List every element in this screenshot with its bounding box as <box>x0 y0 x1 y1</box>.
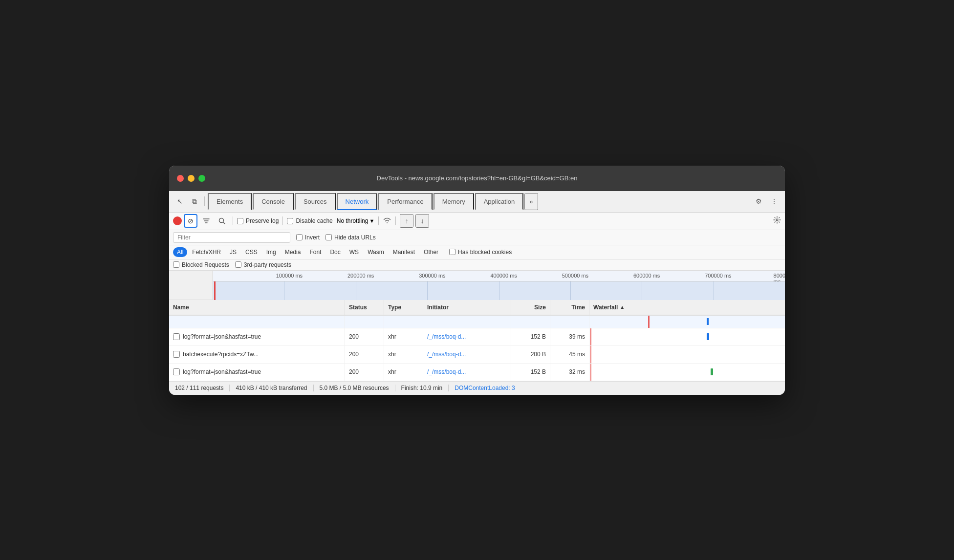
tab-more-button[interactable]: » <box>524 193 538 210</box>
tab-elements[interactable]: Elements <box>208 193 252 210</box>
timeline-chart-area <box>213 281 785 300</box>
more-options-icon[interactable]: ⋮ <box>767 194 781 208</box>
th-time[interactable]: Time <box>550 300 589 315</box>
tl-label-4: 400000 ms <box>490 273 517 279</box>
filter-media[interactable]: Media <box>281 247 305 257</box>
throttle-dropdown-icon: ▼ <box>369 218 374 224</box>
tl-label-5: 500000 ms <box>562 273 588 279</box>
invert-checkbox[interactable]: Invert <box>296 234 320 241</box>
has-blocked-cookies-checkbox[interactable]: Has blocked cookies <box>449 249 512 256</box>
timeline-marker-red <box>214 281 216 300</box>
filter-wasm[interactable]: Wasm <box>364 247 388 257</box>
close-button[interactable] <box>177 175 184 182</box>
gridlines <box>213 281 785 300</box>
throttle-label: No throttling <box>337 217 369 224</box>
ban-icon: ⊘ <box>188 217 194 225</box>
sort-arrow-icon: ▲ <box>620 304 625 310</box>
timeline-name-col <box>169 271 213 300</box>
tl-label-2: 200000 ms <box>347 273 374 279</box>
tab-sources[interactable]: Sources <box>295 193 336 210</box>
tl-label-1: 100000 ms <box>276 273 303 279</box>
row-checkbox[interactable] <box>173 351 180 358</box>
network-table: Name Status Type Initiator Size Time Wat… <box>169 300 785 381</box>
minimize-button[interactable] <box>188 175 195 182</box>
settings-icon[interactable]: ⚙ <box>752 194 765 208</box>
tab-application[interactable]: Application <box>475 193 524 210</box>
finish-time: Finish: 10.9 min <box>395 385 449 391</box>
net-sep-1 <box>233 216 233 225</box>
cursor-icon[interactable]: ↖ <box>173 194 187 208</box>
traffic-lights <box>177 175 205 182</box>
tl-label-3: 300000 ms <box>419 273 445 279</box>
table-row[interactable]: batchexecute?rpcids=xZTw... 200 xhr /_/m… <box>169 346 785 364</box>
record-button[interactable] <box>173 216 182 225</box>
table-row[interactable]: log?format=json&hasfast=true 200 xhr /_/… <box>169 328 785 346</box>
filter-fetch-xhr[interactable]: Fetch/XHR <box>188 247 225 257</box>
filter-icon <box>202 217 210 225</box>
table-row[interactable]: log?format=json&hasfast=true 200 xhr /_/… <box>169 364 785 381</box>
timeline-area: 100000 ms 200000 ms 300000 ms 400000 ms … <box>169 271 785 300</box>
hide-data-urls-checkbox[interactable]: Hide data URLs <box>325 234 376 241</box>
filter-img[interactable]: Img <box>262 247 280 257</box>
tab-performance[interactable]: Performance <box>378 193 432 210</box>
filter-css[interactable]: CSS <box>241 247 261 257</box>
filter-button[interactable] <box>199 214 213 228</box>
filter-input[interactable] <box>173 232 290 243</box>
tl-label-6: 600000 ms <box>633 273 660 279</box>
row-checkbox[interactable] <box>173 333 180 340</box>
tab-console[interactable]: Console <box>253 193 294 210</box>
th-status[interactable]: Status <box>345 300 384 315</box>
resources-size: 5.0 MB / 5.0 MB resources <box>314 385 395 391</box>
th-type[interactable]: Type <box>384 300 423 315</box>
filter-ws[interactable]: WS <box>346 247 363 257</box>
net-sep-4 <box>395 216 396 225</box>
wifi-icon <box>383 216 391 225</box>
download-icon[interactable]: ↓ <box>415 214 429 228</box>
devtools-window: DevTools - news.google.com/topstories?hl… <box>169 166 785 395</box>
table-row-placeholder <box>169 316 785 328</box>
filter-manifest[interactable]: Manifest <box>389 247 419 257</box>
tab-memory[interactable]: Memory <box>434 193 474 210</box>
device-icon[interactable]: ⧉ <box>188 194 201 208</box>
net-settings-icon[interactable] <box>773 216 781 226</box>
blocked-filters-bar: Blocked Requests 3rd-party requests <box>169 259 785 271</box>
maximize-button[interactable] <box>198 175 205 182</box>
third-party-checkbox[interactable]: 3rd-party requests <box>235 261 291 268</box>
filter-js[interactable]: JS <box>226 247 240 257</box>
tl-label-7: 700000 ms <box>705 273 731 279</box>
th-initiator[interactable]: Initiator <box>423 300 511 315</box>
blocked-requests-checkbox[interactable]: Blocked Requests <box>173 261 229 268</box>
timeline-labels: 100000 ms 200000 ms 300000 ms 400000 ms … <box>213 271 785 281</box>
table-header: Name Status Type Initiator Size Time Wat… <box>169 300 785 316</box>
status-bar: 102 / 111 requests 410 kB / 410 kB trans… <box>169 381 785 395</box>
filter-font[interactable]: Font <box>305 247 325 257</box>
net-sep-3 <box>378 216 379 225</box>
svg-line-1 <box>223 222 225 224</box>
network-toolbar: ⊘ Preserve log Disable cache No throttli… <box>169 213 785 230</box>
filter-all[interactable]: All <box>173 247 187 257</box>
row-checkbox[interactable] <box>173 368 180 375</box>
search-icon <box>218 217 225 224</box>
filter-doc[interactable]: Doc <box>326 247 344 257</box>
search-button[interactable] <box>215 214 229 228</box>
th-waterfall[interactable]: Waterfall ▲ <box>589 300 785 315</box>
throttle-control[interactable]: No throttling ▼ <box>337 217 375 224</box>
window-title: DevTools - news.google.com/topstories?hl… <box>377 174 578 182</box>
th-name[interactable]: Name <box>169 300 345 315</box>
type-filter-bar: All Fetch/XHR JS CSS Img Media Font Doc … <box>169 245 785 259</box>
upload-icon[interactable]: ↑ <box>400 214 413 228</box>
transferred-size: 410 kB / 410 kB transferred <box>230 385 313 391</box>
filter-bar: Invert Hide data URLs <box>169 230 785 245</box>
requests-count: 102 / 111 requests <box>175 385 230 391</box>
filter-other[interactable]: Other <box>420 247 442 257</box>
titlebar: DevTools - news.google.com/topstories?hl… <box>169 166 785 191</box>
toolbar-sep-1 <box>204 196 205 206</box>
clear-button[interactable]: ⊘ <box>184 214 197 228</box>
dom-loaded: DOMContentLoaded: 3 <box>449 385 520 391</box>
timeline-chart: 100000 ms 200000 ms 300000 ms 400000 ms … <box>213 271 785 300</box>
disable-cache-checkbox[interactable]: Disable cache <box>287 217 332 224</box>
preserve-log-checkbox[interactable]: Preserve log <box>237 217 279 224</box>
th-size[interactable]: Size <box>511 300 550 315</box>
net-sep-2 <box>282 216 283 225</box>
tab-network[interactable]: Network <box>337 193 378 210</box>
